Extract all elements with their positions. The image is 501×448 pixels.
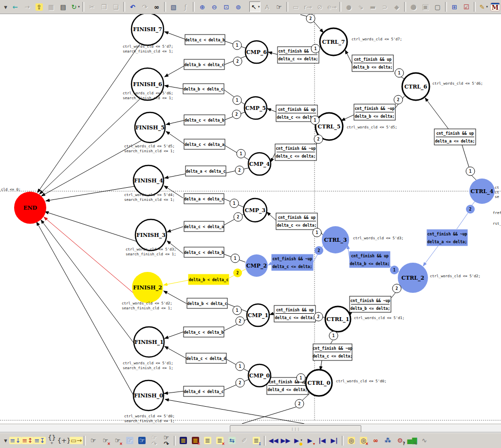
zoom-out-button[interactable]: ⊖ xyxy=(209,1,220,12)
stop-all-animation-button[interactable]: ☞× xyxy=(112,435,123,446)
log-list-off-button[interactable]: ≣× xyxy=(190,435,201,446)
trace-down-button[interactable]: ≡↓ xyxy=(10,435,21,446)
print-button[interactable]: ▤ xyxy=(57,1,69,12)
frame-tool[interactable]: ▢ xyxy=(432,1,443,12)
transition-action-text: delta_c <= delta; xyxy=(277,223,317,228)
scrollbar-thumb[interactable]: | | | xyxy=(230,425,361,432)
end-state-tool[interactable]: ▣ xyxy=(420,1,431,12)
zoom-area-button[interactable]: ⊡ xyxy=(221,1,232,12)
log-list-button[interactable]: ≣ xyxy=(178,435,189,446)
state-tool[interactable]: ● xyxy=(343,1,354,12)
start-state-icon: ● xyxy=(409,3,418,11)
toolbar-options-icon: ▾ xyxy=(3,3,8,11)
refresh-button[interactable]: ↻▾ xyxy=(70,1,81,12)
state-actions-label: ctctse xyxy=(495,185,500,199)
zoom-full-button[interactable]: ⊚ xyxy=(233,1,244,12)
snapshot-off-button[interactable]: ◎× xyxy=(358,435,369,446)
priority-number: 1 xyxy=(398,71,401,75)
replay-hand-disabled-button[interactable]: ☞↷ xyxy=(148,435,160,446)
modelsim-button[interactable]: M xyxy=(490,1,501,12)
dropdown-arrow-icon[interactable]: ▾ xyxy=(78,5,80,9)
run-timed-button[interactable]: ▶▾ xyxy=(304,435,315,446)
bar-tool[interactable]: ▬ xyxy=(367,1,378,12)
edit-function-button[interactable]: ƒ xyxy=(180,1,191,12)
toolbar-separator xyxy=(264,436,266,446)
back-button[interactable]: ← xyxy=(10,1,21,12)
list-filter-button[interactable]: ≣↥ xyxy=(251,435,262,446)
priority-number: 2 xyxy=(318,249,320,253)
transition-edge xyxy=(331,340,333,344)
trace-down-remove-button[interactable]: ≡↧ xyxy=(34,435,45,446)
comment-tool[interactable]: ▭ xyxy=(290,1,301,12)
toolbar-options-dropdown-2[interactable]: ▾ xyxy=(2,435,9,446)
up-directory-button[interactable]: ⇧ xyxy=(34,1,45,12)
pan-tool[interactable]: ☞ xyxy=(274,1,285,12)
paste-button[interactable]: ❏ xyxy=(111,1,122,12)
trace-paw-button[interactable]: ⁂ xyxy=(382,435,393,446)
state-actions-label: ctrl_words_cld <= 5'd1; xyxy=(354,316,405,320)
enable-port-tool[interactable]: e⊸ xyxy=(326,1,337,12)
stop-animation-button[interactable]: ☞× xyxy=(100,435,111,446)
junction-tool[interactable]: ◆ xyxy=(391,1,402,12)
state-label-CMP_0: CMP_0 xyxy=(249,373,270,379)
erase-annotations-button[interactable]: ✐ xyxy=(239,435,250,446)
properties-button[interactable]: ▧ xyxy=(168,1,179,12)
toolbar-options-dropdown[interactable]: ▾ xyxy=(2,1,9,12)
save-button[interactable]: ▦ xyxy=(46,1,57,12)
reset-port-tool[interactable]: r⊸ xyxy=(302,1,314,12)
priority-number: 1 xyxy=(300,376,302,380)
bar-icon: ▬ xyxy=(369,3,376,11)
snapshot-button[interactable]: ◎ xyxy=(346,435,357,446)
dropdown-arrow-icon[interactable]: ▾ xyxy=(486,5,488,9)
horizontal-scrollbar[interactable]: | | | xyxy=(0,424,501,432)
rewind-button[interactable]: ◀◀ xyxy=(268,435,279,446)
undo-button[interactable]: ↶ xyxy=(127,1,138,12)
diagram-canvas[interactable]: delta_c < delta_bdelta_b < delta_cdelta_… xyxy=(0,14,501,424)
wave-edit-button[interactable]: ▅▇✎ xyxy=(407,435,418,446)
state-label-CTRL_5: CTRL_5 xyxy=(318,124,341,130)
replay-hand-button[interactable]: ☞↷ xyxy=(161,435,172,446)
step-end-button[interactable]: ▶| xyxy=(329,435,340,446)
trace-updown-button[interactable]: ≡↕ xyxy=(22,435,33,446)
transition-guard-text: cnt_finish && ~up xyxy=(276,146,316,151)
transition-action-text: delta_b <= delta; xyxy=(355,114,395,119)
script-list-off-button[interactable]: ≣× xyxy=(214,435,225,446)
overlay-badge-icon: ✎ xyxy=(414,442,417,446)
swap-list-button[interactable]: ⇆ xyxy=(226,435,238,446)
transition-guard-text: cnt_finish && up xyxy=(278,107,315,112)
transition-tool[interactable]: ⇘ xyxy=(355,1,367,12)
port-tool[interactable]: ⊃ xyxy=(379,1,390,12)
generate-hdl-button[interactable]: ✎▾ xyxy=(478,1,489,12)
run-button[interactable]: ▶●▾ xyxy=(292,435,303,446)
priority-number: 1 xyxy=(239,364,241,369)
find-button[interactable]: ∞ xyxy=(151,1,162,12)
dropdown-arrow-icon[interactable]: ▾ xyxy=(258,5,260,9)
zoom-in-button[interactable]: ⊕ xyxy=(197,1,208,12)
toolbar-separator xyxy=(84,436,86,446)
group-add-button[interactable]: {}⁺ xyxy=(46,435,57,446)
check-syntax-button[interactable]: ☑ xyxy=(461,1,472,12)
animate-hand-button[interactable]: ☞ xyxy=(88,435,99,446)
forward-button[interactable]: → xyxy=(21,1,33,12)
fast-forward-button[interactable]: ▶▶ xyxy=(280,435,291,446)
debug-gears-button[interactable]: ⚙? xyxy=(394,435,406,446)
state-label-FINISH_5: FINISH_5 xyxy=(135,125,165,131)
script-list-button[interactable]: ≣ xyxy=(202,435,213,446)
step-home-button[interactable]: |◀ xyxy=(316,435,328,446)
cut-button[interactable]: ✂ xyxy=(86,1,97,12)
group-insert-button[interactable]: {+} xyxy=(58,435,70,446)
redo-button[interactable]: ↷ xyxy=(139,1,150,12)
clear-tool-button[interactable]: ∿ xyxy=(419,435,430,446)
pause-hand-disabled-button[interactable]: ☞ xyxy=(124,435,135,446)
copy-button[interactable]: ❐ xyxy=(98,1,110,12)
start-state-tool[interactable]: ● xyxy=(408,1,419,12)
link-nodes-button[interactable]: ∞ xyxy=(370,435,381,446)
cut-icon: ✂ xyxy=(88,3,95,11)
state-diagram[interactable]: delta_c < delta_bdelta_b < delta_cdelta_… xyxy=(0,14,501,424)
select-tool[interactable]: ↖▾ xyxy=(249,1,260,12)
preview-button[interactable]: ⊞ xyxy=(449,1,460,12)
disable-tool[interactable]: ⊘ xyxy=(314,1,325,12)
yellow-note-button[interactable]: ▭→ xyxy=(71,435,82,446)
text-tool[interactable]: A xyxy=(261,1,273,12)
animate-selected-button[interactable]: ☞ xyxy=(136,435,148,446)
